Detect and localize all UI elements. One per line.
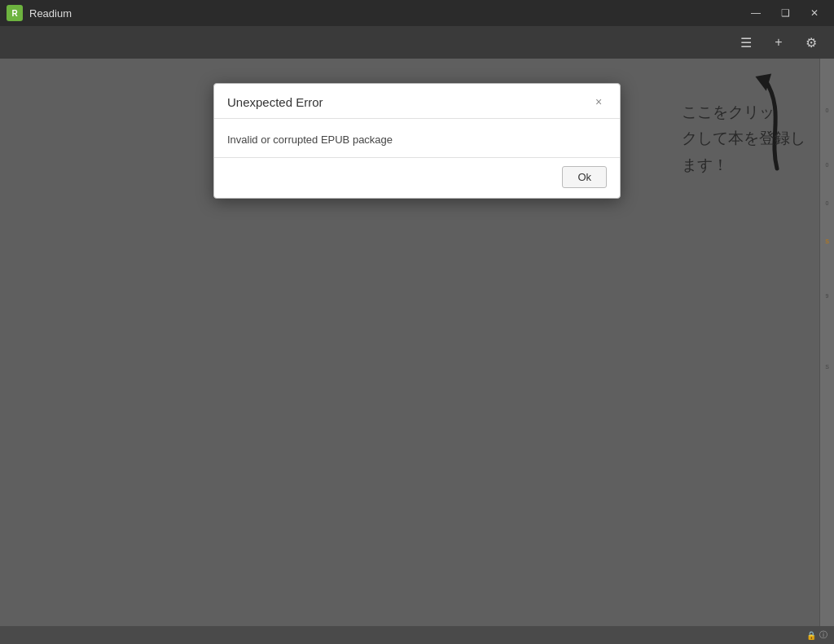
title-bar: R Readium — ❑ ✕ xyxy=(0,0,834,26)
title-bar-left: R Readium xyxy=(7,5,72,21)
maximize-button[interactable]: ❑ xyxy=(772,0,798,26)
menu-button[interactable]: ☰ xyxy=(733,29,759,55)
minimize-button[interactable]: — xyxy=(743,0,769,26)
dialog-title: Unexpected Error xyxy=(227,95,323,109)
add-button[interactable]: + xyxy=(766,29,792,55)
app-toolbar: ☰ + ⚙ xyxy=(0,26,834,59)
status-icon-info: ⓘ xyxy=(819,629,827,641)
main-content: ここをクリッ クして本を登録し ます！ 0 0 0 S 9 S Unexpect… xyxy=(0,59,834,626)
app-logo: R xyxy=(7,5,23,21)
ok-button[interactable]: Ok xyxy=(562,166,607,188)
status-bar: 🔒 ⓘ xyxy=(0,626,834,644)
dialog-body: Invalid or corrupted EPUB package xyxy=(214,119,620,157)
close-button[interactable]: ✕ xyxy=(801,0,827,26)
status-icon-lock: 🔒 xyxy=(806,631,816,640)
dialog-footer: Ok xyxy=(214,157,620,198)
dialog-close-button[interactable]: × xyxy=(590,94,607,110)
settings-button[interactable]: ⚙ xyxy=(798,29,824,55)
error-dialog: Unexpected Error × Invalid or corrupted … xyxy=(213,83,621,199)
modal-overlay: Unexpected Error × Invalid or corrupted … xyxy=(0,59,834,626)
window-controls: — ❑ ✕ xyxy=(743,0,827,26)
dialog-message: Invalid or corrupted EPUB package xyxy=(227,134,607,146)
dialog-header: Unexpected Error × xyxy=(214,84,620,119)
status-icons: 🔒 ⓘ xyxy=(806,629,827,641)
logo-text: R xyxy=(11,9,17,18)
app-title: Readium xyxy=(29,7,72,20)
